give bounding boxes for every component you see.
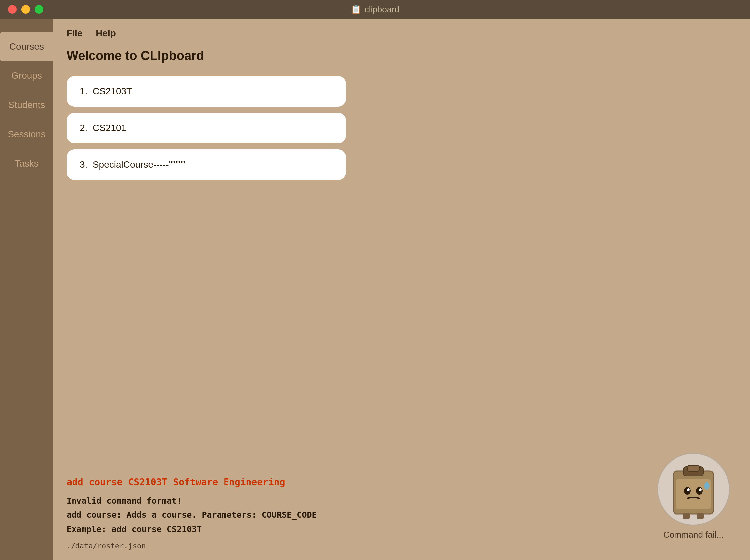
svg-rect-9 xyxy=(697,513,704,519)
sidebar-item-sessions[interactable]: Sessions xyxy=(0,120,53,149)
svg-rect-2 xyxy=(688,465,699,471)
status-bar: ./data/roster.json xyxy=(66,542,737,550)
course-item-3[interactable]: 3. SpecialCourse-----""""" xyxy=(66,149,346,180)
course-index-2: 2. xyxy=(80,123,93,133)
sidebar-item-students[interactable]: Students xyxy=(0,91,53,120)
sidebar-courses-label: Courses xyxy=(9,41,44,52)
titlebar: 📋 clipboard xyxy=(0,0,750,19)
command-output: Invalid command format! add course: Adds… xyxy=(66,494,737,537)
sidebar-item-courses[interactable]: Courses xyxy=(0,32,53,61)
svg-point-7 xyxy=(699,488,702,492)
course-index-1: 1. xyxy=(80,86,93,96)
svg-point-6 xyxy=(687,488,690,492)
course-index-3: 3. xyxy=(80,159,93,169)
sidebar-item-tasks[interactable]: Tasks xyxy=(0,149,53,178)
page-title: Welcome to CLIpboard xyxy=(53,42,750,73)
svg-rect-8 xyxy=(683,513,690,519)
clipboard-icon: 📋 xyxy=(351,4,361,15)
course-code-1: CS2103T xyxy=(93,86,132,96)
mascot-svg xyxy=(664,459,724,519)
bottom-area: add course CS2103T Software Engineering … xyxy=(53,466,750,560)
sidebar-tasks-label: Tasks xyxy=(15,158,39,168)
command-fail-widget: Command fail... xyxy=(657,453,730,540)
app-body: Courses Groups Students Sessions Tasks F… xyxy=(0,19,750,560)
course-list: 1. CS2103T 2. CS2101 3. SpecialCourse---… xyxy=(53,73,750,183)
maximize-button[interactable] xyxy=(35,5,43,14)
course-item-1[interactable]: 1. CS2103T xyxy=(66,76,346,107)
command-input-display: add course CS2103T Software Engineering xyxy=(66,477,737,487)
output-line-2: add course: Adds a course. Parameters: C… xyxy=(66,508,737,522)
main-content: File Help Welcome to CLIpboard 1. CS2103… xyxy=(53,19,750,560)
menu-file[interactable]: File xyxy=(66,28,82,39)
sidebar-groups-label: Groups xyxy=(11,71,42,81)
output-line-3: Example: add course CS2103T xyxy=(66,522,737,537)
output-line-1: Invalid command format! xyxy=(66,494,737,508)
command-fail-label: Command fail... xyxy=(663,530,724,540)
course-item-2[interactable]: 2. CS2101 xyxy=(66,113,346,143)
minimize-button[interactable] xyxy=(21,5,30,14)
menu-help[interactable]: Help xyxy=(96,28,116,39)
window-controls xyxy=(8,5,43,14)
titlebar-title: 📋 clipboard xyxy=(351,4,400,15)
sidebar-item-groups[interactable]: Groups xyxy=(0,61,53,91)
mascot-circle xyxy=(657,453,730,526)
sidebar: Courses Groups Students Sessions Tasks xyxy=(0,19,53,560)
app-title: clipboard xyxy=(364,4,400,15)
course-code-3: SpecialCourse-----""""" xyxy=(93,159,185,169)
sidebar-students-label: Students xyxy=(8,100,45,110)
close-button[interactable] xyxy=(8,5,17,14)
sidebar-sessions-label: Sessions xyxy=(8,129,45,139)
menubar: File Help xyxy=(53,19,750,42)
course-code-2: CS2101 xyxy=(93,123,126,133)
